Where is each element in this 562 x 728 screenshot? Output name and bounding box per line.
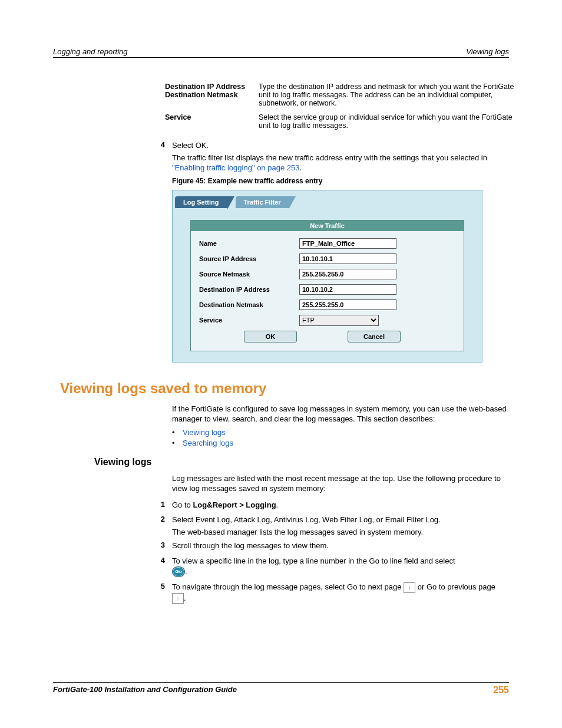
heading-viewing-logs-memory: Viewing logs saved to memory bbox=[60, 380, 509, 397]
ok-button[interactable]: OK bbox=[244, 331, 297, 342]
step-4-line2: The traffic filter list displays the new… bbox=[172, 153, 509, 173]
def-term-dest-netmask: Destination Netmask bbox=[165, 91, 238, 99]
figure-caption: Figure 45: Example new traffic address e… bbox=[172, 177, 509, 185]
intro-paragraph: If the FortiGate is configured to save l… bbox=[172, 404, 509, 424]
input-name[interactable] bbox=[299, 238, 396, 249]
panel-title: New Traffic bbox=[191, 220, 464, 231]
step-5-number: 5 bbox=[143, 582, 172, 604]
page-footer: FortiGate-100 Installation and Configura… bbox=[53, 682, 509, 696]
step-4b-body: To view a specific line in the log, type… bbox=[172, 556, 509, 577]
step-1-body: Go to Log&Report > Logging. bbox=[172, 500, 509, 510]
input-dst-ip[interactable] bbox=[299, 284, 396, 295]
cancel-button[interactable]: Cancel bbox=[348, 331, 401, 342]
def-term-service: Service bbox=[165, 112, 259, 134]
step-4b-number: 4 bbox=[143, 556, 172, 577]
link-searching-logs[interactable]: Searching logs bbox=[183, 439, 233, 447]
page-header: Logging and reporting Viewing logs bbox=[53, 47, 509, 58]
step-2-line1: Select Event Log, Attack Log, Antivirus … bbox=[172, 515, 509, 525]
step-2-number: 2 bbox=[143, 515, 172, 525]
go-icon[interactable]: Go bbox=[172, 566, 185, 577]
footer-title: FortiGate-100 Installation and Configura… bbox=[53, 685, 237, 696]
tab-traffic-filter[interactable]: Traffic Filter bbox=[236, 196, 289, 208]
definitions-table: Destination IP Address Destination Netma… bbox=[165, 81, 518, 134]
label-service: Service bbox=[199, 317, 299, 324]
input-dst-mask[interactable] bbox=[299, 299, 396, 310]
link-viewing-logs[interactable]: Viewing logs bbox=[183, 428, 226, 437]
step-2-line2: The web-based manager lists the log mess… bbox=[172, 527, 509, 538]
step-4-line1: Select OK. bbox=[172, 140, 509, 151]
previous-page-icon[interactable]: ↑ bbox=[172, 593, 184, 604]
link-enabling-traffic-logging[interactable]: "Enabling traffic logging" on page 253 bbox=[172, 163, 299, 172]
sub-intro: Log messages are listed with the most re… bbox=[172, 473, 509, 494]
def-term-dest-ip: Destination IP Address bbox=[165, 83, 245, 91]
label-dst-mask: Destination Netmask bbox=[199, 301, 299, 308]
tab-log-setting[interactable]: Log Setting bbox=[175, 196, 227, 208]
header-left: Logging and reporting bbox=[53, 47, 128, 56]
label-dst-ip: Destination IP Address bbox=[199, 286, 299, 293]
select-service[interactable]: FTP bbox=[299, 315, 379, 326]
def-desc-service: Select the service group or individual s… bbox=[259, 112, 518, 134]
step-3-body: Scroll through the log messages to view … bbox=[172, 541, 509, 551]
next-page-icon[interactable]: ↓ bbox=[404, 582, 415, 593]
header-right: Viewing logs bbox=[466, 47, 509, 56]
figure-45: Log Setting Traffic Filter New Traffic N… bbox=[172, 190, 482, 363]
label-name: Name bbox=[199, 240, 299, 247]
label-src-ip: Source IP Address bbox=[199, 255, 299, 262]
subheading-viewing-logs: Viewing logs bbox=[94, 457, 509, 467]
def-desc-dest: Type the destination IP address and netm… bbox=[259, 81, 518, 112]
step-1-number: 1 bbox=[143, 500, 172, 510]
label-src-mask: Source Netmask bbox=[199, 271, 299, 278]
page-number: 255 bbox=[493, 685, 509, 696]
input-src-mask[interactable] bbox=[299, 269, 396, 279]
input-src-ip[interactable] bbox=[299, 253, 396, 264]
step-3-number: 3 bbox=[143, 541, 172, 551]
step-5-body: To navigate through the log message page… bbox=[172, 582, 509, 604]
step-4-number: 4 bbox=[143, 140, 172, 151]
